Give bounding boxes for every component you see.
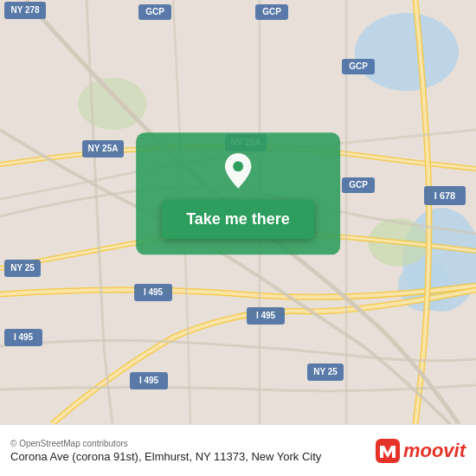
- moovit-logo: moovit: [376, 439, 466, 463]
- svg-rect-35: [376, 439, 400, 463]
- svg-text:NY 25: NY 25: [313, 367, 338, 376]
- map-container: I 678 NY 278 GCP GCP GCP GCP NY 25A: [0, 0, 476, 424]
- bottom-info: © OpenStreetMap contributors Corona Ave …: [10, 439, 321, 463]
- svg-point-34: [233, 161, 243, 171]
- svg-text:NY 278: NY 278: [10, 5, 40, 15]
- svg-text:I 495: I 495: [144, 287, 164, 297]
- svg-text:I 678: I 678: [434, 190, 455, 201]
- svg-text:NY 25: NY 25: [10, 263, 35, 273]
- svg-text:GCP: GCP: [349, 61, 368, 71]
- address-text: Corona Ave (corona 91st), Elmhurst, NY 1…: [10, 450, 321, 463]
- svg-text:GCP: GCP: [349, 180, 368, 190]
- attribution-text: © OpenStreetMap contributors: [10, 439, 321, 448]
- take-me-there-button[interactable]: Take me there: [162, 200, 314, 239]
- location-pin-icon: [219, 151, 257, 190]
- moovit-brand-name: moovit: [403, 440, 466, 462]
- svg-text:NY 25A: NY 25A: [88, 144, 119, 153]
- svg-text:I 495: I 495: [14, 332, 34, 342]
- bottom-bar: © OpenStreetMap contributors Corona Ave …: [0, 424, 476, 476]
- svg-text:GCP: GCP: [262, 7, 281, 16]
- cta-container: Take me there: [136, 132, 340, 254]
- svg-text:I 495: I 495: [256, 311, 276, 320]
- moovit-icon: [376, 439, 400, 463]
- svg-text:I 495: I 495: [139, 376, 159, 385]
- svg-point-1: [355, 13, 459, 91]
- svg-text:GCP: GCP: [145, 7, 164, 16]
